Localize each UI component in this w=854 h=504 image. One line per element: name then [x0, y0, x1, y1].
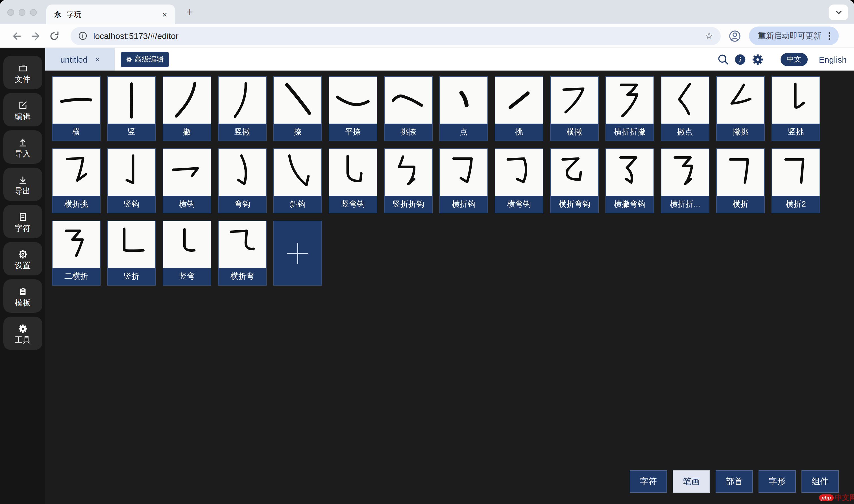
- stroke-glyph: [329, 77, 377, 124]
- bookmark-star-icon[interactable]: ☆: [705, 30, 714, 42]
- advanced-edit-button[interactable]: 高级编辑: [121, 52, 169, 67]
- stroke-card[interactable]: 横撇弯钩: [606, 148, 654, 213]
- chevron-down-icon: [834, 8, 843, 17]
- stroke-card[interactable]: 竖挑: [771, 76, 820, 141]
- sidebar: 文件 编辑 导入 导出: [0, 48, 45, 504]
- stroke-glyph: [385, 149, 432, 196]
- browser-tab-strip: 永 字玩 × +: [0, 0, 854, 24]
- stroke-card[interactable]: 竖撇: [218, 76, 266, 141]
- stroke-card[interactable]: 横折折撇: [606, 76, 654, 141]
- settings-icon[interactable]: [751, 53, 764, 66]
- stroke-card[interactable]: 弯钩: [218, 148, 266, 213]
- sidebar-item-import[interactable]: 导入: [3, 130, 42, 164]
- forward-button[interactable]: [26, 26, 45, 45]
- stroke-card[interactable]: 挑: [495, 76, 543, 141]
- close-window-button[interactable]: [7, 9, 14, 16]
- stroke-card[interactable]: 撇挑: [716, 76, 765, 141]
- tab-components[interactable]: 组件: [801, 470, 839, 493]
- browser-tab[interactable]: 永 字玩 ×: [46, 4, 175, 24]
- stroke-card[interactable]: 横折弯钩: [550, 148, 599, 213]
- stroke-card[interactable]: 横撇: [550, 76, 599, 141]
- stroke-card[interactable]: 挑捺: [384, 76, 433, 141]
- reload-button[interactable]: [45, 26, 63, 45]
- update-chrome-button[interactable]: 重新启动即可更新: [749, 26, 839, 45]
- kebab-menu-icon[interactable]: [827, 31, 832, 41]
- address-bar[interactable]: localhost:5173/#/editor ☆: [71, 27, 721, 45]
- app-row: 文件 编辑 导入 导出: [0, 48, 854, 504]
- stroke-glyph: [606, 77, 653, 124]
- sidebar-item-file[interactable]: 文件: [3, 56, 42, 89]
- stroke-card[interactable]: 横钩: [163, 148, 211, 213]
- stroke-card[interactable]: 竖弯钩: [329, 148, 377, 213]
- stroke-card[interactable]: 二横折: [52, 221, 101, 286]
- tab-glyphs[interactable]: 字形: [759, 470, 796, 493]
- document-tab[interactable]: untitled ×: [45, 48, 115, 71]
- document-tab-close-icon[interactable]: ×: [95, 55, 100, 64]
- editor-content: 横 竖: [45, 71, 854, 504]
- info-icon[interactable]: i: [734, 53, 746, 65]
- site-info-icon[interactable]: [78, 31, 88, 41]
- stroke-glyph: [440, 149, 487, 196]
- favicon: 永: [54, 9, 62, 19]
- stroke-label: 横折弯钩: [551, 196, 598, 213]
- stroke-card[interactable]: 竖弯: [163, 221, 211, 286]
- stroke-card[interactable]: 斜钩: [273, 148, 322, 213]
- sidebar-item-tools[interactable]: 工具: [3, 317, 42, 350]
- new-tab-button[interactable]: +: [186, 6, 193, 19]
- stroke-glyph: [219, 221, 266, 268]
- stroke-card[interactable]: 横折: [716, 148, 765, 213]
- tab-characters[interactable]: 字符: [630, 470, 667, 493]
- stroke-card[interactable]: 横弯钩: [495, 148, 543, 213]
- stroke-card[interactable]: 平捺: [329, 76, 377, 141]
- sidebar-item-edit[interactable]: 编辑: [3, 93, 42, 126]
- sidebar-item-characters[interactable]: 字符: [3, 205, 42, 238]
- stroke-card[interactable]: 横折2: [771, 148, 820, 213]
- stroke-glyph: [219, 77, 266, 124]
- stroke-card[interactable]: 横折弯: [218, 221, 266, 286]
- stroke-glyph: [53, 149, 100, 196]
- stroke-card[interactable]: 撇: [163, 76, 211, 141]
- sidebar-item-label: 设置: [15, 261, 31, 269]
- stroke-card[interactable]: 竖折折钩: [384, 148, 433, 213]
- sidebar-item-label: 字符: [15, 224, 31, 232]
- sidebar-item-templates[interactable]: 模板: [3, 280, 42, 313]
- stroke-card[interactable]: 竖折: [107, 221, 156, 286]
- sidebar-item-settings[interactable]: 设置: [3, 242, 42, 275]
- tab-search-button[interactable]: [829, 4, 848, 20]
- tab-close-icon[interactable]: ×: [160, 10, 170, 19]
- stroke-glyph: [551, 77, 598, 124]
- svg-text:i: i: [739, 56, 741, 63]
- stroke-card[interactable]: 横折折...: [661, 148, 710, 213]
- stroke-label: 平捺: [329, 124, 377, 141]
- stroke-label: 横折挑: [53, 196, 100, 213]
- update-label: 重新启动即可更新: [758, 31, 821, 41]
- stroke-card[interactable]: 横: [52, 76, 101, 141]
- bottom-tab-bar: 字符 笔画 部首 字形 组件: [630, 470, 839, 493]
- stroke-glyph: [661, 77, 709, 124]
- stroke-label: 横折弯: [219, 268, 266, 285]
- stroke-label: 横折钩: [440, 196, 487, 213]
- back-button[interactable]: [7, 26, 26, 45]
- lang-toggle-zh[interactable]: 中文: [781, 53, 808, 66]
- stroke-card[interactable]: 点: [439, 76, 488, 141]
- lang-toggle-en[interactable]: English: [819, 54, 847, 64]
- stroke-card[interactable]: 横折钩: [439, 148, 488, 213]
- search-icon[interactable]: [717, 53, 729, 65]
- stroke-card[interactable]: 竖: [107, 76, 156, 141]
- stroke-grid: 横 竖: [52, 76, 827, 286]
- sidebar-item-export[interactable]: 导出: [3, 168, 42, 201]
- minimize-window-button[interactable]: [19, 9, 25, 16]
- stroke-card[interactable]: 横折挑: [52, 148, 101, 213]
- tab-radicals[interactable]: 部首: [716, 470, 753, 493]
- tab-strokes[interactable]: 笔画: [673, 470, 710, 493]
- stroke-card[interactable]: 捺: [273, 76, 322, 141]
- settings-gear-icon: [17, 249, 28, 259]
- url-text[interactable]: localhost:5173/#/editor: [93, 31, 699, 41]
- profile-avatar-button[interactable]: [725, 26, 745, 46]
- zoom-window-button[interactable]: [30, 9, 37, 16]
- add-stroke-card[interactable]: [273, 221, 322, 286]
- stroke-card[interactable]: 竖钩: [107, 148, 156, 213]
- stroke-card[interactable]: 撇点: [661, 76, 710, 141]
- sidebar-item-label: 工具: [15, 336, 31, 343]
- stroke-glyph: [717, 77, 764, 124]
